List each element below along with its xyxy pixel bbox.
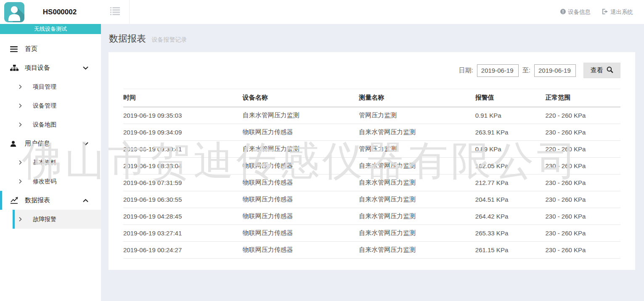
chevron-right-icon (19, 103, 22, 108)
sidebar-item-label: 用户信息 (25, 140, 50, 148)
device-info-link[interactable]: 设备信息 (560, 8, 591, 16)
table-row: 2019-06-19 08:33:04 物联网压力传感器 自来水管网压力监测 1… (123, 158, 620, 174)
page-title: 数据报表 (109, 33, 146, 44)
cell-normal-range: 220 - 260 KPa (545, 107, 620, 124)
cell-device: 物联网压力传感器 (243, 158, 359, 174)
date-from-input[interactable] (477, 64, 519, 77)
cell-time: 2019-06-19 06:30:55 (123, 191, 243, 208)
col-header-normal-range: 正常范围 (545, 89, 620, 107)
page-subtitle: 设备报警记录 (151, 36, 187, 43)
cell-time: 2019-06-19 09:30:41 (123, 141, 243, 158)
chevron-right-icon (19, 84, 22, 89)
cell-time: 2019-06-19 07:31:59 (123, 174, 243, 191)
cell-measure: 自来水管网压力监测 (359, 208, 475, 225)
line-chart-icon (10, 197, 19, 204)
sidebar-item-data-reports[interactable]: 数据报表 (0, 191, 101, 210)
cell-device: 自来水管网压力监测 (243, 107, 359, 124)
sidebar-item-label: 首页 (25, 45, 37, 53)
sidebar-item-device-management[interactable]: 设备管理 (0, 96, 101, 115)
sidebar-item-basic-profile[interactable]: 基本资料 (0, 153, 101, 172)
chevron-down-icon (83, 66, 88, 70)
table-row: 2019-06-19 09:34:09 物联网压力传感器 自来水管网压力监测 2… (123, 124, 620, 141)
cell-time: 2019-06-19 04:28:45 (123, 208, 243, 225)
cell-time: 2019-06-19 00:24:27 (123, 242, 243, 259)
view-button[interactable]: 查看 (583, 63, 620, 78)
device-info-label: 设备信息 (568, 8, 591, 16)
sitemap-icon (10, 65, 19, 71)
sidebar-item-home[interactable]: 首页 (0, 40, 101, 58)
cell-measure: 管网压力监测 (359, 107, 475, 124)
sidebar-item-label: 设备管理 (33, 102, 56, 110)
sidebar-toggle-button[interactable] (101, 0, 130, 24)
table-row: 2019-06-19 06:30:55 物联网压力传感器 自来水管网压力监测 2… (123, 191, 620, 208)
cell-device: 物联网压力传感器 (243, 174, 359, 191)
cell-normal-range: 230 - 260 KPa (545, 158, 620, 174)
col-header-alarm-value: 报警值 (475, 89, 546, 107)
col-header-time: 时间 (123, 89, 243, 107)
sidebar-item-label: 数据报表 (25, 196, 50, 204)
date-to-input[interactable] (534, 64, 576, 77)
sidebar-item-project-management[interactable]: 项目管理 (0, 77, 101, 96)
cell-measure: 自来水管网压力监测 (359, 158, 475, 174)
cell-measure: 自来水管网压力监测 (359, 225, 475, 242)
table-row: 2019-06-19 09:30:41 自来水管网压力监测 管网压力监测 0.8… (123, 141, 620, 158)
info-circle-icon (560, 9, 566, 16)
table-row: 2019-06-19 07:31:59 物联网压力传感器 自来水管网压力监测 2… (123, 174, 620, 191)
cell-device: 物联网压力传感器 (243, 191, 359, 208)
alarm-table: 时间 设备名称 测量名称 报警值 正常范围 2019-06-19 09:35:0… (123, 89, 620, 259)
cell-normal-range: 220 - 260 KPa (545, 141, 620, 158)
cell-normal-range: 230 - 260 KPa (545, 208, 620, 225)
cell-alarm-value: 0.89 KPa (475, 141, 546, 158)
cell-alarm-value: 204.51 KPa (475, 191, 546, 208)
cell-alarm-value: 0.91 KPa (475, 107, 546, 124)
user-avatar-icon (4, 2, 24, 22)
view-button-label: 查看 (591, 66, 603, 74)
sidebar-item-device-map[interactable]: 设备地图 (0, 115, 101, 134)
report-card: 日期: 至: 查看 时间 设备名称 (109, 52, 635, 270)
date-to-label: 至: (522, 66, 530, 74)
cell-measure: 自来水管网压力监测 (359, 242, 475, 259)
chevron-right-icon (19, 122, 22, 127)
cell-alarm-value: 264.42 KPa (475, 208, 546, 225)
chevron-down-icon (83, 142, 88, 145)
col-header-measure: 测量名称 (359, 89, 475, 107)
sidebar-item-label: 项目设备 (25, 64, 50, 72)
sidebar-header: HS000002 (0, 0, 101, 24)
sidebar-item-fault-alarms[interactable]: 故障报警 (13, 210, 101, 229)
cell-normal-range: 230 - 260 KPa (545, 174, 620, 191)
cell-alarm-value: 263.91 KPa (475, 124, 546, 141)
table-header-row: 时间 设备名称 测量名称 报警值 正常范围 (123, 89, 620, 107)
sidebar-item-user-info[interactable]: 用户信息 (0, 134, 101, 153)
device-id-title: HS000002 (24, 8, 101, 16)
topbar: 设备信息 退出系统 (101, 0, 644, 24)
logout-label: 退出系统 (610, 8, 633, 16)
cell-measure: 自来水管网压力监测 (359, 174, 475, 191)
sidebar-item-label: 设备地图 (33, 121, 56, 129)
list-icon (110, 7, 120, 17)
chevron-right-icon (19, 217, 22, 222)
cell-time: 2019-06-19 03:27:41 (123, 225, 243, 242)
logout-link[interactable]: 退出系统 (602, 8, 633, 16)
chevron-right-icon (19, 179, 22, 184)
sidebar-item-label: 故障报警 (33, 216, 56, 223)
sidebar-item-change-password[interactable]: 修改密码 (0, 172, 101, 191)
chevron-up-icon (83, 199, 88, 202)
sidebar: HS000002 无线设备测试 首页 (0, 0, 101, 301)
sidebar-item-label: 基本资料 (33, 159, 56, 166)
cell-measure: 自来水管网压力监测 (359, 124, 475, 141)
sidebar-menu: 首页 项目设备 (0, 34, 101, 229)
cell-device: 物联网压力传感器 (243, 208, 359, 225)
col-header-device: 设备名称 (243, 89, 359, 107)
sidebar-item-project-devices[interactable]: 项目设备 (0, 58, 101, 77)
cell-alarm-value: 162.05 KPa (475, 158, 546, 174)
cell-time: 2019-06-19 09:35:03 (123, 107, 243, 124)
cell-normal-range: 230 - 260 KPa (545, 191, 620, 208)
cell-device: 自来水管网压力监测 (243, 141, 359, 158)
cell-measure: 自来水管网压力监测 (359, 191, 475, 208)
sidebar-item-label: 项目管理 (33, 83, 56, 91)
cell-time: 2019-06-19 08:33:04 (123, 158, 243, 174)
date-filter: 日期: 至: 查看 (123, 63, 620, 78)
cell-alarm-value: 261.15 KPa (475, 242, 546, 259)
cell-measure: 管网压力监测 (359, 141, 475, 158)
cell-alarm-value: 265.33 KPa (475, 225, 546, 242)
